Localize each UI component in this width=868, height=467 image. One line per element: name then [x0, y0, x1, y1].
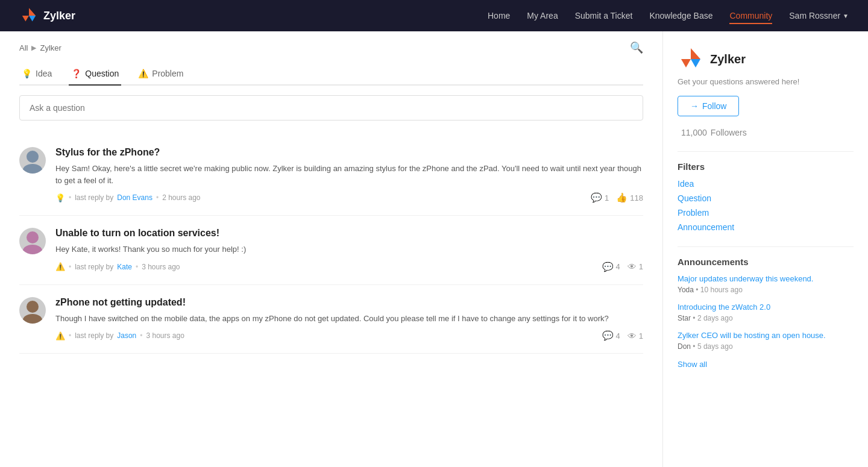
view-icon: 👁: [627, 262, 637, 272]
show-all-link[interactable]: Show all: [678, 360, 707, 369]
logo-icon: [19, 6, 39, 25]
comment-icon: 💬: [602, 330, 614, 341]
post-stats: 💬 4 👁 1: [602, 262, 643, 272]
announcements-title: Announcements: [678, 257, 854, 267]
ann-author-1: Yoda: [678, 286, 694, 294]
last-reply-label: last reply by: [75, 263, 113, 271]
page-wrapper: All ▶ Zylker 🔍 💡 Idea ❓ Question ⚠️ Prob…: [0, 31, 868, 467]
sidebar-logo-icon: [678, 46, 704, 72]
filter-idea[interactable]: Idea: [678, 179, 854, 189]
filter-question[interactable]: Question: [678, 193, 854, 203]
main-content: All ▶ Zylker 🔍 💡 Idea ❓ Question ⚠️ Prob…: [0, 31, 663, 467]
svg-point-5: [27, 231, 39, 243]
ann-time-3: 5 days ago: [697, 342, 733, 351]
search-button[interactable]: 🔍: [630, 41, 643, 54]
nav-my-area[interactable]: My Area: [527, 11, 558, 20]
filter-announcement[interactable]: Announcement: [678, 222, 854, 232]
ask-question-input[interactable]: [19, 95, 643, 121]
breadcrumb: All ▶ Zylker 🔍: [19, 41, 643, 54]
post-title[interactable]: zPhone not getting updated!: [55, 297, 643, 308]
tab-problem[interactable]: ⚠️ Problem: [136, 64, 186, 86]
post-body: zPhone not getting updated! Though I hav…: [55, 297, 643, 342]
announcement-item: Major updates underway this weekend. Yod…: [678, 274, 854, 294]
comment-count: 4: [616, 331, 620, 340]
ann-sep-1: •: [696, 286, 700, 294]
comment-icon: 💬: [591, 192, 602, 203]
svg-marker-10: [681, 59, 691, 67]
tab-question[interactable]: ❓ Question: [69, 64, 121, 86]
post-item: zPhone not getting updated! Though I hav…: [19, 285, 643, 354]
view-count: 1: [639, 262, 643, 271]
announcement-item: Zylker CEO will be hosting an open house…: [678, 331, 854, 351]
follow-button[interactable]: → Follow: [678, 96, 739, 116]
follow-icon: →: [690, 101, 699, 111]
announcements-section: Announcements Major updates underway thi…: [678, 257, 854, 369]
post-author[interactable]: Don Evans: [117, 193, 153, 202]
post-author[interactable]: Kate: [117, 263, 132, 271]
ann-time-2: 2 days ago: [697, 314, 733, 322]
post-type-icon: ⚠️: [55, 262, 65, 271]
svg-marker-9: [691, 48, 700, 59]
breadcrumb-all[interactable]: All: [19, 43, 28, 52]
nav-user[interactable]: Sam Rossner ▼: [789, 11, 849, 20]
nav-home[interactable]: Home: [488, 11, 510, 20]
filter-problem[interactable]: Problem: [678, 208, 854, 218]
comment-stat: 💬 4: [602, 330, 620, 341]
svg-marker-11: [691, 59, 700, 67]
sidebar-brand-title: Zylker: [710, 52, 746, 66]
followers-count: 11,000Followers: [678, 124, 854, 139]
post-meta: ⚠️ • last reply by Jason • 3 hours ago 💬…: [55, 330, 643, 341]
announcement-meta-1: Yoda • 10 hours ago: [678, 286, 854, 294]
nav-links: Home My Area Submit a Ticket Knowledge B…: [488, 11, 772, 20]
sidebar-divider-2: [678, 246, 854, 247]
post-title[interactable]: Stylus for the zPhone?: [55, 147, 643, 158]
ann-author-2: Star: [678, 314, 691, 322]
filters-title: Filters: [678, 161, 854, 172]
comment-count: 1: [605, 193, 609, 202]
idea-icon: 💡: [22, 69, 32, 78]
post-title[interactable]: Unable to turn on location services!: [55, 228, 643, 239]
svg-point-6: [23, 245, 42, 254]
nav-knowledge-base[interactable]: Knowledge Base: [649, 11, 712, 20]
view-count: 1: [639, 331, 643, 340]
announcement-link-2[interactable]: Introducing the zWatch 2.0: [678, 302, 854, 312]
like-stat: 👍 118: [616, 192, 643, 203]
brand[interactable]: Zylker: [19, 6, 75, 25]
svg-marker-0: [29, 8, 36, 16]
view-icon: 👁: [627, 331, 637, 341]
breadcrumb-separator: ▶: [31, 44, 36, 52]
comment-count: 4: [616, 262, 620, 271]
view-stat: 👁 1: [627, 262, 643, 272]
last-reply-label: last reply by: [75, 193, 113, 202]
avatar: [19, 228, 46, 254]
post-body: Unable to turn on location services! Hey…: [55, 228, 643, 272]
ann-sep-3: •: [693, 342, 697, 351]
tab-idea[interactable]: 💡 Idea: [19, 64, 54, 86]
post-text: Though I have switched on the mobile dat…: [55, 313, 643, 325]
follow-label: Follow: [702, 101, 726, 111]
post-text: Hey Kate, it works! Thank you so much fo…: [55, 243, 643, 255]
announcement-meta-3: Don • 5 days ago: [678, 342, 854, 351]
nav-community[interactable]: Community: [729, 11, 772, 24]
ann-author-3: Don: [678, 342, 691, 351]
followers-number: 11,000: [681, 128, 707, 137]
sidebar-divider: [678, 151, 854, 152]
followers-label: Followers: [711, 128, 747, 137]
like-icon: 👍: [616, 192, 627, 203]
sidebar-tagline: Get your questions answered here!: [678, 77, 854, 86]
svg-point-7: [27, 301, 39, 313]
svg-point-8: [23, 314, 42, 324]
post-text: Hey Sam! Okay, here's a little secret we…: [55, 163, 643, 186]
nav-submit-ticket[interactable]: Submit a Ticket: [575, 11, 633, 20]
announcement-link-1[interactable]: Major updates underway this weekend.: [678, 274, 854, 283]
avatar: [19, 147, 46, 174]
breadcrumb-current: Zylker: [40, 43, 61, 52]
post-meta: 💡 • last reply by Don Evans • 2 hours ag…: [55, 192, 643, 203]
post-body: Stylus for the zPhone? Hey Sam! Okay, he…: [55, 147, 643, 203]
post-author[interactable]: Jason: [117, 331, 136, 340]
comment-stat: 💬 4: [602, 262, 620, 272]
post-stats: 💬 1 👍 118: [591, 192, 643, 203]
navbar: Zylker Home My Area Submit a Ticket Know…: [0, 0, 868, 31]
svg-marker-1: [22, 16, 29, 22]
announcement-link-3[interactable]: Zylker CEO will be hosting an open house…: [678, 331, 854, 340]
